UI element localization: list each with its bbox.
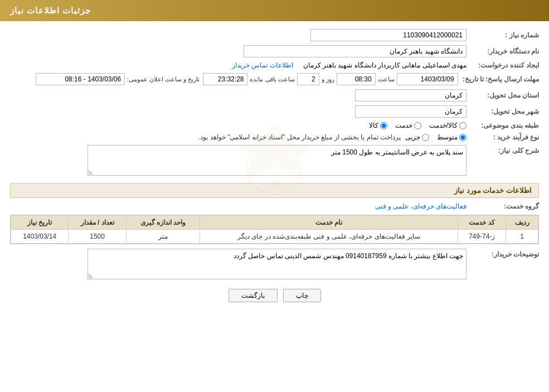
col-unit: واحد اندازه گیری (126, 216, 200, 230)
category-service-label: خدمت (395, 122, 412, 129)
buyer-org-row: نام دستگاه خریدار: (10, 45, 539, 57)
city-label: شهر محل تحویل: (467, 108, 539, 115)
need-desc-row: شرح کلی نیاز: سند پلاس به عرض 8سانتیمتر … (10, 145, 539, 177)
col-service-code: کد خدمت (458, 216, 506, 230)
buyer-desc-content: جهت اطلاع بیشتر با شماره 09140187959 مهن… (10, 249, 467, 281)
category-goods-radio[interactable] (380, 122, 387, 129)
announce-input[interactable] (36, 73, 125, 85)
purchase-medium-label: متوسط (437, 133, 458, 141)
buyer-org-input[interactable] (244, 45, 467, 57)
need-number-input[interactable] (310, 29, 467, 41)
cell-quantity: 1500 (69, 230, 126, 244)
province-row: استان محل تحویل: (10, 89, 539, 101)
page-title: جزئیات اطلاعات نیاز (10, 6, 91, 15)
deadline-date-input[interactable] (397, 73, 458, 85)
buyer-desc-label: توضیحات خریدار: (467, 249, 539, 258)
category-radio-group: کالا خدمت کالا/خدمت (369, 122, 467, 129)
category-service-radio[interactable] (414, 122, 421, 129)
cell-unit: متر (126, 230, 200, 244)
need-desc-textarea[interactable]: سند پلاس به عرض 8سانتیمتر به طول 1500 مت… (88, 145, 467, 176)
cell-service-code: ز-74-749 (458, 230, 506, 244)
need-desc-label: شرح کلی نیاز: (467, 145, 539, 154)
table-header-row: ردیف کد خدمت نام خدمت واحد اندازه گیری ت… (11, 216, 538, 230)
city-row: شهر محل تحویل: (10, 105, 539, 118)
back-button[interactable]: بازگشت (229, 289, 278, 302)
purchase-partial-radio[interactable] (422, 134, 429, 141)
service-group-label: گروه خدمت: (467, 202, 539, 210)
day-input[interactable] (297, 73, 319, 85)
action-buttons: چاپ بازگشت (10, 289, 539, 302)
creator-value: مهدی اسماعیلی ماهانی کاربردار دانشگاه شه… (303, 61, 467, 69)
time-label: ساعت (378, 76, 395, 83)
province-input[interactable] (355, 89, 467, 101)
purchase-medium-radio[interactable] (459, 134, 467, 141)
deadline-row: مهلت ارسال پاسخ: تا تاریخ: ساعت روز و سا… (10, 73, 539, 85)
remaining-input[interactable] (203, 73, 247, 85)
creator-contact-link[interactable]: اطلاعات تماس خریدار (232, 61, 293, 69)
col-need-date: تاریخ نیاز (11, 216, 69, 230)
city-input[interactable] (355, 105, 467, 118)
deadline-time-input[interactable] (337, 73, 376, 85)
need-number-row: شماره نیاز : (10, 29, 539, 41)
buyer-org-label: نام دستگاه خریدار: (467, 47, 539, 55)
buyer-desc-textarea[interactable]: جهت اطلاع بیشتر با شماره 09140187959 مهن… (88, 249, 467, 279)
category-goods-label: کالا (369, 122, 378, 129)
service-group-row: گروه خدمت: فعالیت‌های حرفه‌ای، علمی و فن… (10, 202, 539, 210)
col-row-num: ردیف (506, 216, 538, 230)
cell-row-num: 1 (506, 230, 538, 244)
remaining-label: ساعت باقی مانده (250, 76, 294, 83)
category-both-label: کالا/خدمت (429, 122, 458, 129)
day-label: روز و (322, 76, 334, 83)
service-group-value[interactable]: فعالیت‌های حرفه‌ای، علمی و فنی (375, 202, 467, 210)
category-row: طبقه بندی موضوعی: کالا خدمت کالا/خدمت (10, 122, 539, 129)
col-service-name: نام خدمت (200, 216, 458, 230)
need-desc-content: سند پلاس به عرض 8سانتیمتر به طول 1500 مت… (10, 145, 467, 177)
purchase-medium[interactable]: متوسط (437, 133, 467, 141)
category-both-radio[interactable] (459, 122, 467, 129)
service-info-section-title: اطلاعات خدمات مورد نیاز (10, 183, 539, 198)
buyer-desc-row: توضیحات خریدار: جهت اطلاع بیشتر با شماره… (10, 249, 539, 281)
cell-service-name: سایر فعالیت‌های حرفه‌ای، علمی و فنی طبقه… (200, 230, 458, 244)
print-button[interactable]: چاپ (283, 289, 321, 302)
purchase-type-label: نوع فرآیند خرید : (467, 133, 539, 141)
creator-label: ایجاد کننده درخواست: (467, 61, 539, 69)
page-header: جزئیات اطلاعات نیاز (0, 0, 549, 21)
purchase-partial-label: جزیی (405, 133, 420, 141)
cell-need-date: 1403/03/14 (11, 230, 69, 244)
need-number-label: شماره نیاز : (467, 31, 539, 39)
category-option-both[interactable]: کالا/خدمت (429, 122, 467, 129)
category-option-service[interactable]: خدمت (395, 122, 421, 129)
table-row: 1 ز-74-749 سایر فعالیت‌های حرفه‌ای، علمی… (11, 230, 538, 244)
purchase-type-radio-group: جزیی متوسط (405, 133, 467, 141)
deadline-label: مهلت ارسال پاسخ: تا تاریخ: (458, 75, 539, 83)
announce-label: تاریخ و ساعت اعلان عمومی: (127, 76, 200, 83)
purchase-partial[interactable]: جزیی (405, 133, 429, 141)
category-label: طبقه بندی موضوعی: (467, 122, 539, 129)
deadline-datetime: ساعت روز و ساعت باقی مانده (203, 73, 458, 85)
services-table: ردیف کد خدمت نام خدمت واحد اندازه گیری ت… (11, 215, 538, 244)
purchase-note: پرداخت تمام یا بخشی از مبلغ خریدار محل "… (198, 133, 401, 141)
purchase-type-row: نوع فرآیند خرید : جزیی متوسط پرداخت تمام… (10, 133, 539, 141)
services-table-container: ردیف کد خدمت نام خدمت واحد اندازه گیری ت… (10, 215, 539, 244)
category-option-goods[interactable]: کالا (369, 122, 387, 129)
creator-row: ایجاد کننده درخواست: مهدی اسماعیلی ماهان… (10, 61, 539, 69)
col-quantity: تعداد / مقدار (69, 216, 126, 230)
province-label: استان محل تحویل: (467, 91, 539, 99)
